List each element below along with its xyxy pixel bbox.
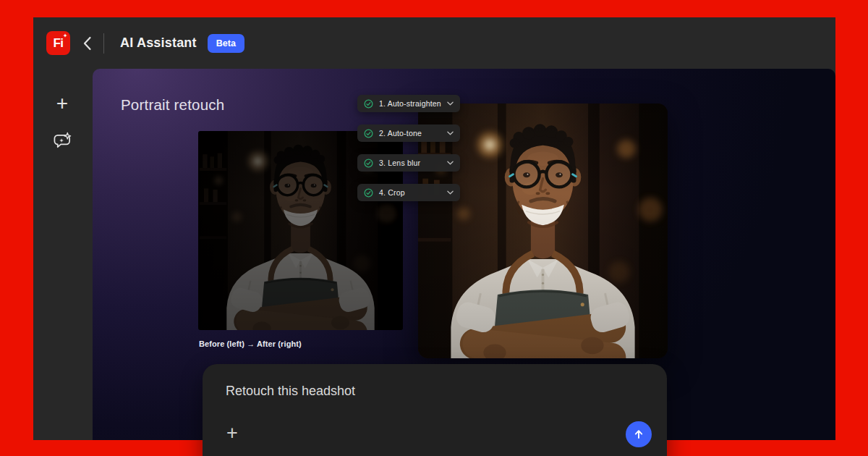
plus-icon: + [226, 422, 238, 444]
step-lens-blur[interactable]: 3. Lens blur [357, 154, 460, 172]
step-crop[interactable]: 4. Crop [357, 184, 460, 201]
chevron-down-icon[interactable] [447, 131, 454, 135]
step-label: 2. Auto-tone [379, 129, 441, 138]
prompt-text[interactable]: Retouch this headshot [226, 384, 355, 399]
logo-star-icon: ✦ [63, 33, 67, 39]
chevron-down-icon[interactable] [447, 101, 454, 106]
new-chat-button[interactable]: + [33, 89, 91, 118]
check-circle-icon [364, 99, 373, 109]
attach-button[interactable]: + [223, 422, 242, 444]
firefly-logo-text: Fi [53, 36, 63, 51]
step-label: 3. Lens blur [379, 159, 441, 167]
chevron-down-icon[interactable] [447, 190, 454, 195]
check-circle-icon [364, 129, 373, 138]
send-button[interactable] [626, 421, 652, 447]
chat-sparkle-icon [53, 132, 72, 151]
step-label: 1. Auto-straighten [379, 99, 441, 108]
check-circle-icon [364, 188, 373, 198]
before-after-caption: Before (left) → After (right) [199, 339, 302, 348]
page-title: AI Assistant [120, 35, 197, 51]
beta-badge: Beta [208, 34, 244, 53]
app-header: Fi ✦ AI Assistant Beta [33, 17, 835, 69]
chevron-down-icon[interactable] [447, 161, 454, 165]
marketing-frame: Fi ✦ AI Assistant Beta + Portrait retouc… [0, 0, 868, 456]
step-auto-straighten[interactable]: 1. Auto-straighten [357, 95, 460, 112]
chevron-left-icon [82, 36, 92, 51]
firefly-logo[interactable]: Fi ✦ [46, 31, 70, 55]
step-label: 4. Crop [379, 188, 441, 197]
arrow-up-icon [633, 428, 644, 440]
prompt-composer[interactable]: Retouch this headshot + [203, 364, 667, 456]
session-heading: Portrait retouch [121, 96, 224, 114]
step-auto-tone[interactable]: 2. Auto-tone [357, 124, 460, 142]
sidebar: + [33, 69, 91, 440]
header-divider [103, 33, 104, 54]
chat-history-button[interactable] [33, 127, 91, 156]
check-circle-icon [364, 159, 373, 168]
back-button[interactable] [82, 36, 92, 51]
plus-icon: + [56, 92, 68, 115]
